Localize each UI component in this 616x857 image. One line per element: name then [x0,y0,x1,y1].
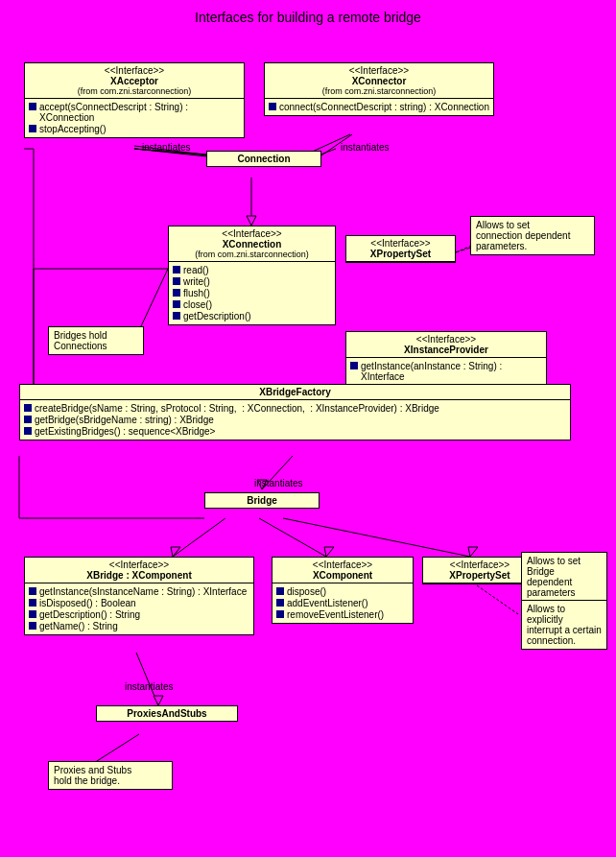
connection-header: Connection [207,152,320,166]
xbridge-component-box: <<Interface>> XBridge : XComponent getIn… [24,557,254,635]
svg-marker-14 [171,547,180,557]
proxies-hold-text: Proxies and Stubshold the bridge. [54,765,131,786]
instanceprovider-stereotype: <<Interface>> [350,334,542,345]
acceptor-from: (from com.zni.starconnection) [29,86,240,96]
connector-from: (from com.zni.starconnection) [269,86,489,96]
connector-classname: XConnector [269,76,489,86]
bridgefactory-method-1: createBridge(sName : String, sProtocol :… [24,403,566,414]
xconnection-method-2: write() [173,276,331,287]
method-icon [29,599,36,607]
diagram-title: Interfaces for building a remote bridge [0,0,616,30]
proxiesandstubs-classname: ProxiesAndStubs [101,708,233,719]
method-icon [173,277,180,285]
xbridge-method-3: getDescription() : String [29,609,249,620]
connector-header: <<Interface>> XConnector (from com.zni.s… [265,63,493,99]
xcomponent-body: dispose() addEventListener() removeEvent… [272,583,413,623]
method-icon [269,103,276,110]
svg-line-13 [173,518,225,557]
bridge-classname: Bridge [209,495,315,506]
method-icon [173,266,180,274]
xcomponent-method-1: dispose() [276,586,409,597]
svg-line-32 [477,585,518,614]
propertyset-top-classname: XPropertySet [350,249,451,259]
xcomponent-stereotype: <<Interface>> [276,559,409,570]
svg-marker-20 [154,696,163,705]
xcomponent-method-3: removeEventListener() [276,609,409,620]
svg-marker-18 [468,547,478,557]
xbridge-classname: XBridge : XComponent [29,570,249,581]
bridgefactory-header: XBridgeFactory [20,385,570,400]
instanceprovider-classname: XInstanceProvider [350,345,542,355]
method-icon [276,610,284,618]
xcomponent-box: <<Interface>> XComponent dispose() addEv… [272,557,414,624]
propertyset-bottom-stereotype: <<Interface>> [427,559,533,570]
acceptor-body: accept(sConnectDescript : String) : XCon… [25,99,244,137]
connector-body: connect(sConnectDescript : string) : XCo… [265,99,493,115]
method-icon [24,416,32,423]
method-icon [276,587,284,595]
connector-box: <<Interface>> XConnector (from com.zni.s… [264,62,494,116]
diagram-container: Interfaces for building a remote bridge [0,0,616,857]
method-icon [173,289,180,297]
propertyset-bottom-box: <<Interface>> XPropertySet [422,557,537,584]
xcomponent-method-2: addEventListener() [276,598,409,608]
connector-stereotype: <<Interface>> [269,65,489,76]
instanceprovider-header: <<Interface>> XInstanceProvider [346,332,546,358]
xconnection-method-1: read() [173,265,331,275]
bridgefactory-method-2: getBridge(sBridgeName : string) : XBridg… [24,415,566,425]
allows-bridge-note: Allows to set Bridgedependent parameters [521,552,607,602]
svg-line-19 [136,653,158,705]
acceptor-box: <<Interface>> XAcceptor (from com.zni.st… [24,62,245,138]
xcomponent-classname: XComponent [276,570,409,581]
allows-interrupt-text: Allows to explicitlyinterrupt a certainc… [527,604,602,646]
allows-set-text: Allows to setconnection dependentparamet… [476,220,570,251]
instanceprovider-box: <<Interface>> XInstanceProvider getInsta… [345,331,547,386]
connection-box: Connection [206,151,321,167]
connector-method-1: connect(sConnectDescript : string) : XCo… [269,102,489,112]
bridge-box: Bridge [204,492,320,509]
bridges-hold-text: Bridges holdConnections [54,330,107,351]
connection-classname: Connection [211,154,317,164]
acceptor-method-2: stopAccepting() [29,124,240,134]
svg-marker-16 [324,547,334,557]
propertyset-top-box: <<Interface>> XPropertySet [345,235,456,263]
bridge-header: Bridge [205,493,319,508]
method-icon [29,622,36,630]
bridges-hold-note: Bridges holdConnections [48,326,144,355]
xconnection-header: <<Interface>> XConnection (from com.zni.… [169,226,335,262]
svg-marker-7 [247,216,256,226]
acceptor-header: <<Interface>> XAcceptor (from com.zni.st… [25,63,244,99]
propertyset-bottom-classname: XPropertySet [427,570,533,581]
bridgefactory-method-3: getExistingBridges() : sequence<XBridge> [24,426,566,437]
acceptor-stereotype: <<Interface>> [29,65,240,76]
xbridge-method-4: getName() : String [29,621,249,631]
method-icon [173,300,180,308]
instanceprovider-body: getInstance(anInstance : String) : XInte… [346,358,546,385]
method-icon [173,312,180,320]
xconnection-from: (from com.zni.starconnection) [173,250,331,259]
allows-bridge-text: Allows to set Bridgedependent parameters [527,556,580,598]
acceptor-method-1: accept(sConnectDescript : String) : XCon… [29,102,240,123]
method-icon [24,404,32,412]
svg-line-15 [259,518,326,557]
method-icon [276,599,284,607]
propertyset-bottom-header: <<Interface>> XPropertySet [423,558,536,583]
bridgefactory-body: createBridge(sName : String, sProtocol :… [20,400,570,440]
xbridge-component-header: <<Interface>> XBridge : XComponent [25,558,253,583]
proxies-hold-note: Proxies and Stubshold the bridge. [48,761,173,790]
instanceprovider-method-1: getInstance(anInstance : String) : XInte… [350,361,542,382]
instantiates-label-4: instantiates [125,681,174,692]
proxiesandstubs-header: ProxiesAndStubs [97,706,237,721]
method-icon [24,427,32,435]
method-icon [350,362,358,369]
svg-line-17 [283,518,470,557]
xbridge-stereotype: <<Interface>> [29,559,249,570]
propertyset-top-stereotype: <<Interface>> [350,238,451,249]
bridgefactory-classname: XBridgeFactory [24,387,566,397]
propertyset-top-header: <<Interface>> XPropertySet [346,236,455,262]
xconnection-method-5: getDescription() [173,311,331,321]
proxiesandstubs-box: ProxiesAndStubs [96,705,238,722]
xbridge-component-body: getInstance(sInstanceName : String) : XI… [25,583,253,634]
xconnection-method-3: flush() [173,288,331,298]
xcomponent-header: <<Interface>> XComponent [272,558,413,583]
